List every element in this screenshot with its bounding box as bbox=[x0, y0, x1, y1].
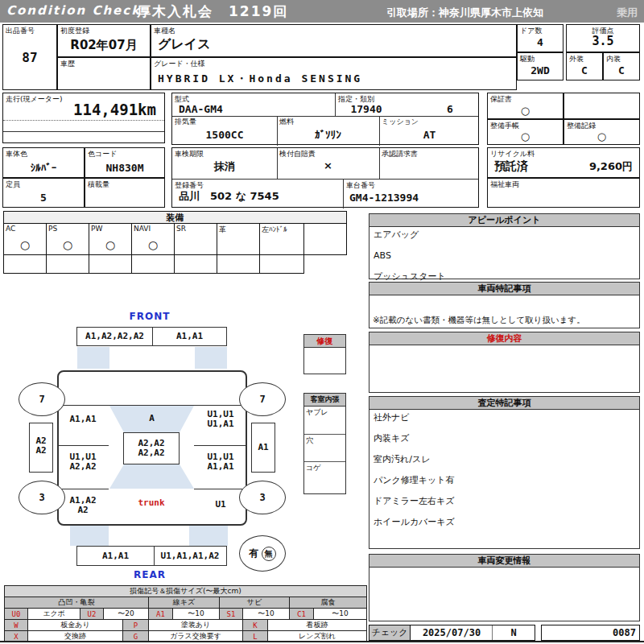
appeal-points-panel: アピールポイント エアバッグ ABS プッシュスタート ETC バックカメラ付き bbox=[369, 213, 640, 279]
spare-yes-label: 有 bbox=[250, 547, 259, 560]
rear-bumper-right-codes: U1,A1,A1,A2 bbox=[154, 551, 226, 561]
legend-group-rust: サビ bbox=[220, 597, 290, 609]
rear-bumper: A1,A1 U1,A1,A1,A2 bbox=[76, 546, 227, 566]
repair-flag-box: 修復 bbox=[303, 334, 346, 374]
lot-number-value: 87 bbox=[3, 50, 56, 65]
warranty-label: 保証書 bbox=[490, 94, 512, 105]
equipment-empty-cell bbox=[89, 254, 132, 274]
equipment-mark: ○ bbox=[89, 238, 131, 251]
check-label: チェック bbox=[369, 625, 411, 640]
equipment-empty-cell bbox=[3, 254, 47, 274]
front-bumper: A1,A2,A2,A2 A1,A1 bbox=[76, 327, 227, 346]
equipment-mark: ○ bbox=[47, 238, 89, 251]
rear-right-wheel: 3 bbox=[239, 481, 286, 514]
roof: A2,A2 A2,A2 bbox=[123, 432, 180, 464]
left-rear-door-codes: U1,U1 A2,A2 bbox=[57, 452, 109, 472]
jibaiseki-mark: × bbox=[277, 159, 379, 171]
class-number-value: 6 bbox=[438, 103, 462, 115]
jibaiseki-label: 検付自賠責 bbox=[279, 149, 316, 159]
equipment-cell-pw: PW ○ bbox=[89, 223, 132, 255]
cabin-item-tear: ヤブレ bbox=[304, 407, 345, 434]
type-number-value: 17940 bbox=[338, 103, 394, 115]
equipment-title: 装備 bbox=[3, 211, 347, 224]
maintenance-record-box: 整備記録 ○ bbox=[564, 119, 640, 145]
equipment-cell-leather: 革 bbox=[217, 223, 260, 255]
check-number: 0087 bbox=[613, 625, 636, 640]
score-value: 3.5 bbox=[567, 34, 639, 48]
spare-tire-indicator: 有 無 bbox=[239, 535, 286, 572]
appeal-item: ABS bbox=[374, 250, 391, 261]
check-flag: N bbox=[493, 625, 535, 640]
exterior-grade-box: 外装 C bbox=[566, 52, 603, 80]
taillight-right bbox=[189, 526, 228, 546]
doors-value: 4 bbox=[518, 36, 563, 48]
right-mirror-box: A1 bbox=[251, 423, 275, 473]
damage-diagram: FRONT A1,A2,A2,A2 A1,A1 A A2,A2 A2,A2 tr… bbox=[0, 306, 370, 584]
cabin-item-burn: コゲ bbox=[304, 461, 345, 489]
equipment-cell-extra bbox=[303, 223, 347, 255]
recycle-label: リサイクル料 bbox=[490, 149, 535, 159]
assessment-item: ドアミラー左右キズ bbox=[374, 496, 455, 506]
body-grid-line bbox=[194, 445, 247, 446]
model-name-box: 車種名 グレイス bbox=[151, 24, 517, 57]
check-row: チェック 2025/07/30 N bbox=[369, 625, 535, 641]
trunk-label: trunk bbox=[109, 497, 194, 508]
left-front-panel-codes: A1,A1 bbox=[57, 415, 109, 424]
drive-box: 駆動 2WD bbox=[517, 52, 564, 80]
divider bbox=[3, 131, 164, 132]
equipment-empty-cell bbox=[131, 254, 175, 274]
body-grid-line bbox=[57, 445, 109, 446]
mileage-value: 114,491km bbox=[3, 101, 164, 118]
equipment-empty-cell bbox=[217, 254, 260, 274]
headlight-left bbox=[77, 347, 109, 369]
color-code-value: NH830M bbox=[85, 162, 164, 174]
rear-window bbox=[109, 464, 194, 489]
score-box: 評価点 3.5 bbox=[566, 24, 640, 52]
divider bbox=[3, 120, 164, 121]
vehicle-notes-title: 車両特記事項 bbox=[369, 283, 639, 295]
divider bbox=[379, 148, 380, 179]
history-label: 車歴 bbox=[60, 59, 75, 69]
grade-box: グレード・仕様 HYBRID LX・Honda SENSING bbox=[151, 57, 517, 90]
interior-grade-label: 内装 bbox=[606, 54, 621, 64]
assessment-item: 室内汚れ/スレ bbox=[374, 454, 430, 464]
appeal-item: エアバッグ bbox=[374, 229, 419, 240]
headlight-right bbox=[195, 347, 227, 369]
divider bbox=[172, 116, 478, 117]
spare-no-label-selected: 無 bbox=[262, 547, 276, 561]
sheet-bottom-rule bbox=[0, 641, 644, 642]
legend-value: 〜20 bbox=[104, 609, 149, 620]
rear-left-wheel: 3 bbox=[19, 481, 65, 514]
legend-value: エクボ bbox=[28, 609, 80, 620]
vehicle-class: 乗用 bbox=[617, 6, 638, 20]
repair-details-title: 修復内容 bbox=[369, 332, 639, 345]
lot-number-box: 出品番号 87 bbox=[2, 24, 57, 90]
appeal-points-title: アピールポイント bbox=[369, 214, 639, 227]
capacity-value: 5 bbox=[3, 192, 84, 204]
assessment-notes-panel: 査定特記事項 社外ナビ 内装キズ 室内汚れ/スレ パンク修理キット有 ドアミラー… bbox=[369, 396, 640, 549]
inspection-value: 抹消 bbox=[172, 159, 277, 174]
legend-code: U0 bbox=[5, 609, 28, 620]
brand-logo: Condition Check bbox=[6, 3, 141, 18]
capacity-label: 定員 bbox=[6, 180, 20, 190]
equipment-label: NAVI bbox=[134, 225, 151, 233]
right-rear-door-codes: U1,U1 A1,A1 bbox=[194, 452, 247, 472]
taillight-left bbox=[70, 526, 109, 546]
left-mirror-codes: A2 A2 bbox=[30, 436, 52, 456]
grade-value: HYBRID LX・Honda SENSING bbox=[151, 72, 516, 86]
first-registration-box: 初度登録 R02年07月 bbox=[57, 24, 151, 57]
model-name-value: グレイス bbox=[151, 36, 516, 53]
equipment-cell-ac: AC ○ bbox=[3, 223, 47, 255]
legend-value: 板金あり bbox=[28, 620, 123, 631]
vehicle-notes-disclaimer: ※記載のない書類・機器等は無しとして取り扱います。 bbox=[373, 315, 585, 326]
equipment-cell-sr: SR bbox=[174, 223, 217, 255]
front-left-wheel: 7 bbox=[19, 382, 65, 416]
assessment-item: 内装キズ bbox=[374, 433, 410, 444]
body-color-box: 車体色 ｼﾙﾊﾞｰ bbox=[2, 147, 85, 178]
color-code-label: 色コード bbox=[88, 149, 117, 159]
lot-number-label: 出品番号 bbox=[6, 26, 35, 36]
chassis-number-label: 車台番号 bbox=[346, 180, 375, 191]
front-bumper-right-codes: A1,A1 bbox=[152, 332, 227, 341]
grade-label: グレード・仕様 bbox=[154, 59, 205, 69]
cabin-item-hole: 穴 bbox=[304, 434, 345, 461]
